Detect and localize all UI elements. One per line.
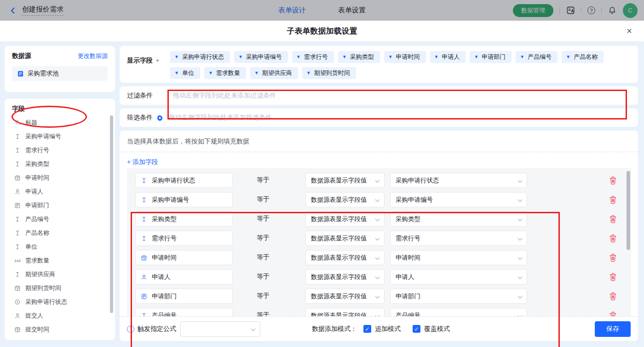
- field-item[interactable]: 申请时间: [5, 171, 115, 185]
- rule-field-box[interactable]: 申请时间: [135, 250, 233, 265]
- rules-scrollbar[interactable]: [627, 171, 630, 250]
- close-icon[interactable]: ×: [627, 26, 632, 36]
- field-item[interactable]: 采购申请行状态: [5, 295, 115, 309]
- screen-condition-dropzone[interactable]: 拖动左侧字段到此处来添加筛选条件: [169, 114, 272, 122]
- rule-source-field-select[interactable]: 需求行号: [390, 231, 527, 246]
- filter-condition-dropzone[interactable]: 拖动左侧字段到此处来添加过滤条件: [173, 91, 276, 100]
- field-item[interactable]: 需求行号: [5, 143, 115, 157]
- text-field-icon: [140, 196, 148, 204]
- field-item[interactable]: 产品名称: [5, 226, 115, 240]
- delete-row-icon[interactable]: [609, 215, 617, 224]
- number-field-icon: 123: [14, 257, 21, 264]
- rule-field-box[interactable]: 需求行号: [135, 231, 233, 246]
- display-field-tag[interactable]: ▼需求行号: [292, 51, 334, 63]
- delete-row-icon[interactable]: [609, 176, 617, 185]
- display-field-tag[interactable]: ▼期望到货时间: [302, 67, 356, 79]
- rule-source-field-select[interactable]: 产品编号: [390, 308, 527, 316]
- rule-field-box[interactable]: 采购申请编号: [135, 192, 233, 207]
- field-item[interactable]: 采购类型: [5, 157, 115, 171]
- rule-source-field-select[interactable]: 申请人: [390, 269, 527, 284]
- rule-source-field-select[interactable]: 采购申请编号: [390, 192, 527, 207]
- field-item[interactable]: 期望供应商: [5, 267, 115, 281]
- fill-rules-intro: 当选择具体数据后，将按如下规则填充数据: [120, 131, 638, 146]
- add-display-field-button[interactable]: +: [155, 56, 160, 64]
- delete-row-icon[interactable]: [609, 234, 617, 243]
- radio-field-icon: [14, 298, 21, 306]
- bell-icon[interactable]: [608, 6, 617, 15]
- rule-field-box[interactable]: 采购申请行状态: [135, 173, 233, 188]
- delete-row-icon[interactable]: [609, 195, 617, 205]
- avatar[interactable]: C: [623, 3, 638, 18]
- field-item[interactable]: 申请部门: [5, 199, 115, 212]
- checkbox-checked-icon[interactable]: ✓: [363, 325, 371, 333]
- delete-row-icon[interactable]: [609, 292, 617, 301]
- rule-field-box[interactable]: 申请部门: [135, 289, 233, 304]
- fields-scrollbar[interactable]: [110, 115, 113, 313]
- help-circle-icon[interactable]: ?: [127, 325, 134, 333]
- rule-source-type-value: 数据源表显示字段值: [311, 196, 367, 204]
- text-field-icon: [14, 133, 21, 140]
- rule-source-type-select[interactable]: 数据源表显示字段值: [305, 231, 385, 246]
- display-field-tag[interactable]: ▼申请时间: [384, 51, 426, 63]
- tab-form-design[interactable]: 表单设计: [278, 6, 306, 15]
- help-icon[interactable]: ?: [587, 6, 595, 14]
- display-field-tag[interactable]: ▼期望供应商: [250, 67, 298, 79]
- rule-source-type-value: 数据源表显示字段值: [311, 254, 367, 262]
- datasource-item[interactable]: 采购需求池: [12, 66, 108, 81]
- rule-field-box[interactable]: 申请人: [135, 269, 233, 284]
- save-button[interactable]: 保存: [595, 321, 631, 337]
- translate-icon[interactable]: [566, 6, 575, 15]
- rule-source-type-select[interactable]: 数据源表显示字段值: [305, 308, 385, 316]
- rule-source-type-select[interactable]: 数据源表显示字段值: [305, 211, 385, 227]
- field-item[interactable]: 提交人: [5, 309, 115, 323]
- rule-source-field-select[interactable]: 申请部门: [390, 289, 527, 304]
- data-manage-button[interactable]: 数据管理: [513, 4, 553, 17]
- delete-row-icon[interactable]: [609, 253, 617, 262]
- display-field-tag-label: 需求行号: [304, 51, 328, 63]
- field-item[interactable]: 期望到货时间: [5, 281, 115, 295]
- display-field-tag[interactable]: ▼申请部门: [470, 51, 512, 63]
- checkbox-checked-icon[interactable]: ✓: [413, 325, 420, 333]
- rule-source-field-select[interactable]: 采购类型: [390, 211, 527, 227]
- mode-checkbox-group[interactable]: ✓覆盖模式: [413, 325, 450, 333]
- field-item[interactable]: 单位: [5, 240, 115, 254]
- rule-field-box[interactable]: 采购类型: [135, 211, 233, 227]
- field-item[interactable]: 申请人: [5, 185, 115, 199]
- rule-field-box[interactable]: 产品编号: [135, 308, 233, 316]
- rule-source-type-select[interactable]: 数据源表显示字段值: [305, 289, 385, 304]
- fill-rule-row: 申请时间等于数据源表显示字段值申请时间: [127, 248, 631, 267]
- add-field-link[interactable]: + 添加字段: [127, 158, 158, 166]
- display-field-tag[interactable]: ▼产品编号: [516, 51, 558, 63]
- display-field-tag[interactable]: ▼采购申请行状态: [170, 51, 230, 63]
- formula-select[interactable]: [180, 321, 260, 337]
- field-item-label: 产品名称: [25, 229, 49, 237]
- display-field-tag[interactable]: ▼采购申请编号: [234, 51, 288, 63]
- field-item[interactable]: 提交时间: [5, 323, 115, 336]
- field-item[interactable]: 产品编号: [5, 212, 115, 226]
- gear-icon[interactable]: [156, 114, 163, 121]
- rule-source-type-select[interactable]: 数据源表显示字段值: [305, 250, 385, 265]
- display-field-tag[interactable]: ▼申请人: [430, 51, 466, 63]
- change-datasource-link[interactable]: 更改数据源: [78, 52, 108, 60]
- rule-source-type-select[interactable]: 数据源表显示字段值: [305, 173, 385, 188]
- field-item[interactable]: 123需求数量: [5, 254, 115, 267]
- display-field-tag[interactable]: ▼产品名称: [562, 51, 604, 63]
- date-field-icon: [14, 174, 21, 182]
- mode-checkbox-group[interactable]: ✓追加模式: [363, 325, 401, 333]
- rule-source-type-select[interactable]: 数据源表显示字段值: [305, 269, 385, 284]
- tab-form-settings[interactable]: 表单设置: [338, 6, 366, 15]
- display-field-tag[interactable]: ▼单位: [170, 67, 200, 79]
- datasource-item-label: 采购需求池: [28, 69, 59, 78]
- display-field-tag[interactable]: ▼采购类型: [338, 51, 380, 63]
- caret-down-icon: ▼: [174, 51, 179, 63]
- rule-source-field-select[interactable]: 申请时间: [390, 250, 527, 265]
- delete-row-icon[interactable]: [609, 311, 617, 316]
- delete-row-icon[interactable]: [609, 273, 617, 282]
- rule-operator: 等于: [257, 273, 270, 281]
- display-field-tag[interactable]: ▼需求数量: [204, 67, 246, 79]
- field-item[interactable]: 采购申请编号: [5, 130, 115, 143]
- field-item[interactable]: 标题: [5, 116, 115, 130]
- rule-source-field-select[interactable]: 采购申请行状态: [390, 173, 527, 188]
- field-item-label: 采购类型: [25, 160, 49, 168]
- rule-source-type-select[interactable]: 数据源表显示字段值: [305, 192, 385, 207]
